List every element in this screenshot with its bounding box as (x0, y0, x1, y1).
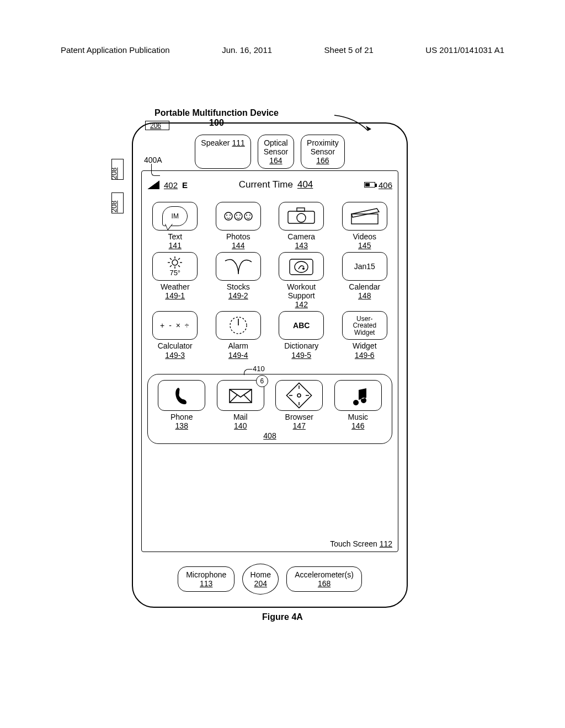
dock-browser-ref: 147 (273, 421, 326, 430)
music-icon (334, 380, 382, 411)
app-calculator[interactable]: + - × ÷ Calculator 149-3 (147, 311, 203, 359)
accelerometer-pill: Accelerometer(s) 168 (286, 566, 362, 592)
app-calendar-label: Calendar (337, 282, 393, 291)
dock-app-mail[interactable]: 6 Mail 140 (215, 380, 267, 430)
app-user-widget-label: Widget (337, 341, 393, 350)
home-ref: 204 (254, 579, 267, 588)
app-user-widget[interactable]: User- Created Widget Widget 149-6 (337, 311, 393, 359)
app-camera-label: Camera (274, 232, 329, 241)
app-alarm[interactable]: Alarm 149-4 (211, 311, 266, 359)
app-dictionary[interactable]: ABC Dictionary 149-5 (274, 311, 329, 359)
dock-music-ref: 146 (332, 421, 385, 430)
svg-line-18 (170, 258, 172, 260)
app-weather[interactable]: 75° Weather 149-1 (147, 252, 203, 309)
status-left: 402 E (147, 180, 188, 190)
home-label: Home (250, 570, 271, 579)
app-calendar[interactable]: Jan 15 Calendar 148 (337, 252, 393, 309)
app-videos[interactable]: Videos 145 (337, 202, 393, 250)
dock-app-phone[interactable]: Phone 138 (156, 380, 208, 430)
screen-ref-label: 400A (144, 156, 162, 164)
speaker-label: Speaker (201, 138, 230, 147)
app-stocks-label: Stocks (211, 282, 266, 291)
optical-sensor-pill: Optical Sensor 164 (258, 135, 294, 169)
svg-point-24 (302, 267, 305, 270)
app-camera[interactable]: Camera 143 (274, 202, 329, 250)
speaker-ref: 111 (232, 138, 244, 147)
user-widget-icon: User- Created Widget (342, 311, 387, 340)
calendar-month: Jan (354, 263, 367, 271)
app-photos[interactable]: Photos 144 (211, 202, 266, 250)
optical-sensor-ref: 164 (269, 156, 282, 165)
svg-rect-9 (288, 211, 315, 223)
touch-screen-label: Touch Screen 112 (330, 539, 392, 548)
time-label: Current Time (239, 179, 293, 190)
svg-point-23 (295, 261, 308, 272)
mail-badge: 6 (256, 375, 268, 387)
workout-icon (279, 252, 324, 281)
photos-faces-icon (216, 202, 261, 231)
status-center: Current Time 404 (239, 179, 313, 190)
dictionary-icon: ABC (279, 311, 324, 340)
dock-music-label: Music (332, 413, 385, 421)
app-stocks-ref: 149-2 (211, 291, 266, 300)
app-calculator-ref: 149-3 (147, 351, 203, 360)
svg-point-8 (249, 215, 250, 216)
app-text-ref: 141 (147, 241, 203, 250)
app-workout-label: Workout Support (274, 282, 329, 300)
top-components: Speaker 111 Optical Sensor 164 Proximity… (133, 135, 407, 169)
microphone-ref: 113 (186, 579, 226, 588)
app-videos-label: Videos (337, 232, 393, 241)
page: Patent Application Publication Jun. 16, … (0, 0, 565, 728)
sim-ref: 206 (150, 122, 161, 130)
app-grid: IM Text 141 Photos 144 Camera (147, 202, 392, 360)
accelerometer-label: Accelerometer(s) (295, 570, 354, 579)
battery-ref: 406 (379, 180, 392, 190)
dock-ref: 408 (156, 431, 384, 440)
app-workout[interactable]: Workout Support 142 (274, 252, 329, 309)
svg-line-21 (170, 265, 172, 267)
home-button[interactable]: Home 204 (242, 564, 279, 595)
dock: 410 Phone 138 6 Mail (147, 374, 392, 444)
mail-icon: 6 (217, 380, 264, 411)
weather-temp: 75° (169, 269, 180, 277)
app-alarm-ref: 149-4 (211, 351, 266, 360)
svg-rect-10 (297, 208, 305, 211)
calculator-icon: + - × ÷ (152, 311, 198, 340)
dock-app-music[interactable]: Music 146 (332, 380, 385, 430)
battery-icon (364, 182, 375, 188)
optical-sensor-label: Optical Sensor (264, 138, 288, 156)
app-videos-ref: 145 (337, 241, 393, 250)
microphone-pill: Microphone 113 (178, 566, 234, 592)
clapper-icon (342, 202, 387, 231)
alarm-icon (216, 311, 261, 340)
camera-icon (279, 202, 324, 231)
dock-app-browser[interactable]: Browser 147 (273, 380, 326, 430)
svg-line-20 (178, 258, 180, 260)
app-stocks[interactable]: Stocks 149-2 (211, 252, 266, 309)
side-button-1-ref: 208 (110, 168, 118, 180)
accelerometer-ref: 168 (295, 579, 354, 588)
signal-ref: 402 (164, 180, 178, 190)
app-calendar-ref: 148 (337, 291, 393, 300)
dock-mail-ref: 140 (215, 421, 267, 430)
svg-point-5 (236, 215, 237, 216)
page-header: Patent Application Publication Jun. 16, … (0, 45, 565, 55)
header-pubno: US 2011/0141031 A1 (425, 45, 504, 55)
proximity-sensor-label: Proximity Sensor (307, 138, 339, 156)
dock-mail-label: Mail (215, 413, 267, 421)
svg-point-13 (172, 260, 178, 265)
app-text[interactable]: IM Text 141 (147, 202, 203, 250)
svg-point-7 (246, 215, 247, 216)
app-workout-ref: 142 (274, 300, 329, 309)
touch-screen[interactable]: 402 E Current Time 404 406 IM (141, 170, 398, 552)
side-button-2-ref: 208 (110, 201, 118, 213)
figure-caption: Figure 4A (0, 612, 565, 622)
proximity-sensor-pill: Proximity Sensor 166 (301, 135, 345, 169)
badge-ref-leader: 410 (253, 365, 265, 373)
app-photos-ref: 144 (211, 241, 266, 250)
app-weather-label: Weather (147, 282, 203, 291)
calendar-day: 15 (366, 263, 375, 271)
app-dictionary-ref: 149-5 (274, 351, 329, 360)
app-photos-label: Photos (211, 232, 266, 241)
app-dictionary-label: Dictionary (274, 341, 329, 350)
